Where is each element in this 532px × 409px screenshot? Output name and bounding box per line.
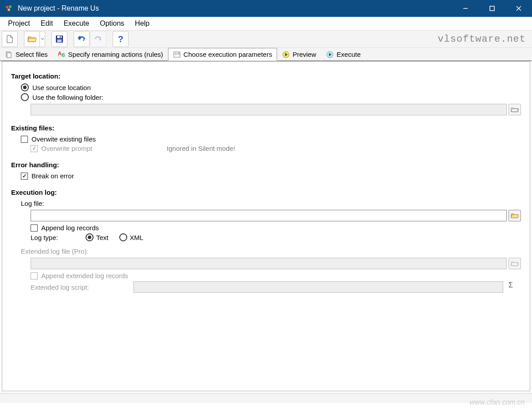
folder-open-icon <box>511 260 519 267</box>
section-error-handling: Error handling: <box>11 161 521 169</box>
svg-rect-8 <box>57 36 62 38</box>
ext-script-edit-button: Σ <box>509 281 521 293</box>
tab-execute[interactable]: Execute <box>321 48 365 61</box>
tab-label: Specify renaming actions (rules) <box>68 51 163 58</box>
checkbox-append-log[interactable] <box>31 224 38 232</box>
toolbar: ? vlsoftware.net <box>0 30 532 48</box>
tab-label: Preview <box>293 51 316 58</box>
svg-point-2 <box>8 8 10 11</box>
checkbox-break-on-error[interactable] <box>21 173 28 180</box>
svg-rect-12 <box>7 53 11 58</box>
menu-help[interactable]: Help <box>129 18 155 29</box>
label-use-folder: Use the following folder: <box>32 94 103 101</box>
undo-button[interactable] <box>74 31 90 47</box>
label-append-log: Append log records <box>41 224 99 232</box>
minimize-button[interactable] <box>452 0 479 17</box>
svg-point-0 <box>6 6 8 8</box>
checkbox-overwrite-prompt <box>31 145 38 152</box>
chevron-down-icon <box>41 37 44 41</box>
section-target-location: Target location: <box>11 72 521 80</box>
window-titlebar: New project - Rename Us <box>0 0 532 17</box>
checkbox-overwrite[interactable] <box>21 136 28 143</box>
label-ext-append-log: Append extended log records <box>41 272 128 279</box>
label-ext-log-file: Extended log file (Pro): <box>21 248 89 255</box>
menu-edit[interactable]: Edit <box>35 18 59 29</box>
menu-execute[interactable]: Execute <box>58 18 94 29</box>
label-use-source: Use source location <box>32 84 91 91</box>
tabstrip: Select files AB Specify renaming actions… <box>0 48 532 61</box>
checkbox-ext-append-log <box>31 272 38 279</box>
play-icon <box>282 51 290 59</box>
sigma-icon: Σ <box>509 281 513 289</box>
app-icon <box>4 4 13 13</box>
brand-label: vlsoftware.net <box>438 34 530 45</box>
params-icon <box>173 51 181 59</box>
input-ext-log-file <box>31 258 507 269</box>
radio-log-type-xml[interactable] <box>119 233 127 241</box>
input-target-folder[interactable] <box>31 104 507 115</box>
save-button[interactable] <box>51 31 67 47</box>
help-button[interactable]: ? <box>113 31 129 47</box>
undo-icon <box>77 36 86 42</box>
radio-use-folder[interactable] <box>21 93 29 101</box>
new-file-icon <box>5 35 14 43</box>
open-project-button[interactable] <box>24 31 45 47</box>
tab-label: Execute <box>336 51 360 58</box>
svg-rect-10 <box>60 36 61 38</box>
close-button[interactable] <box>505 0 532 17</box>
label-log-type-text: Text <box>96 234 109 241</box>
tab-preview[interactable]: Preview <box>277 48 321 61</box>
browse-target-folder-button[interactable] <box>509 104 521 115</box>
statusbar <box>0 393 532 403</box>
label-ext-script: Extended log script: <box>31 281 128 293</box>
tab-choose-params[interactable]: Choose execution parameters <box>168 48 277 61</box>
svg-rect-4 <box>490 6 494 11</box>
open-dropdown-arrow[interactable] <box>39 31 45 47</box>
redo-button[interactable] <box>90 31 106 47</box>
svg-point-1 <box>9 5 12 8</box>
svg-rect-9 <box>57 39 62 42</box>
tab-select-files[interactable]: Select files <box>0 48 53 61</box>
radio-log-type-text[interactable] <box>86 233 94 241</box>
tab-label: Select files <box>16 51 48 58</box>
menu-project[interactable]: Project <box>3 18 35 29</box>
menu-options[interactable]: Options <box>94 18 129 29</box>
rules-icon: AB <box>58 51 66 59</box>
menubar: Project Edit Execute Options Help <box>0 17 532 30</box>
window-controls <box>452 0 532 17</box>
section-existing-files: Existing files: <box>11 124 521 132</box>
label-overwrite-prompt: Overwrite prompt <box>41 145 92 152</box>
folder-open-icon <box>511 212 519 219</box>
label-log-type-xml: XML <box>130 234 144 241</box>
play-icon <box>326 51 334 59</box>
input-ext-script <box>133 281 503 293</box>
new-project-button[interactable] <box>2 31 18 47</box>
label-log-file: Log file: <box>21 200 44 207</box>
content-panel: Target location: Use source location Use… <box>2 61 530 391</box>
maximize-button[interactable] <box>479 0 505 17</box>
help-icon: ? <box>118 34 123 44</box>
tab-specify-rules[interactable]: AB Specify renaming actions (rules) <box>53 48 168 61</box>
hint-silent-mode: Ignored in Silent mode! <box>167 145 235 152</box>
browse-ext-log-file-button <box>509 258 521 269</box>
window-title: New project - Rename Us <box>18 4 99 12</box>
browse-log-file-button[interactable] <box>509 210 521 221</box>
label-break-on-error: Break on error <box>31 172 74 180</box>
folder-open-icon <box>511 106 519 113</box>
folder-open-icon <box>27 35 36 43</box>
input-log-file[interactable] <box>31 210 507 221</box>
save-icon <box>55 35 64 43</box>
label-log-type: Log type: <box>31 234 75 241</box>
tab-label: Choose execution parameters <box>184 51 272 58</box>
redo-icon <box>94 36 103 42</box>
radio-use-source[interactable] <box>21 83 29 91</box>
files-icon <box>5 51 13 59</box>
label-overwrite: Overwite existing files <box>31 135 96 143</box>
section-execution-log: Execution log: <box>11 189 521 196</box>
